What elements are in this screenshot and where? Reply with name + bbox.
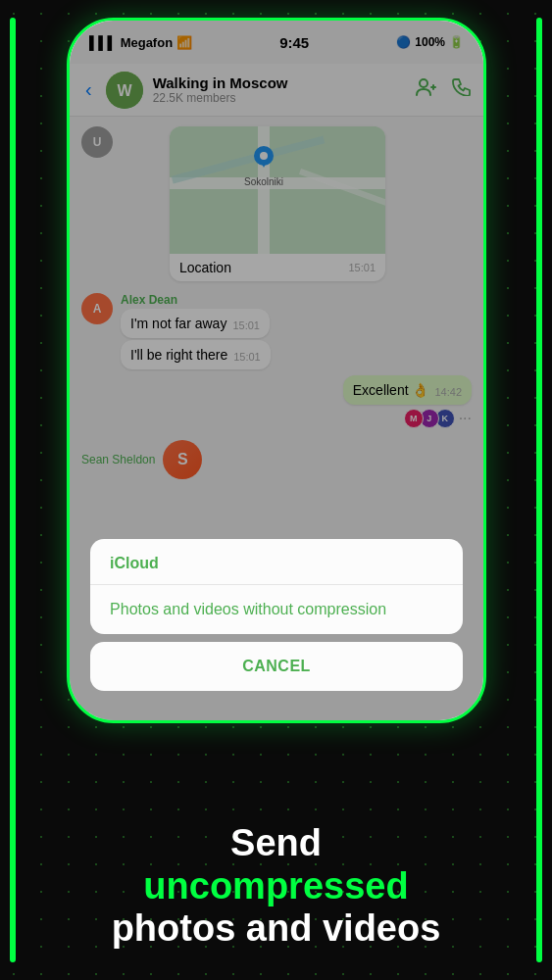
bottom-line1: Send xyxy=(39,822,513,865)
bottom-text-section: Send uncompressed photos and videos xyxy=(0,822,552,951)
modal-overlay: iCloud Photos and videos without compres… xyxy=(70,21,483,720)
sheet-card: iCloud Photos and videos without compres… xyxy=(90,539,463,634)
sheet-title: iCloud xyxy=(110,555,159,571)
green-bar-right xyxy=(536,18,542,962)
sheet-title-row: iCloud xyxy=(90,539,463,585)
sheet-option[interactable]: Photos and videos without compression xyxy=(90,585,463,634)
action-sheet: iCloud Photos and videos without compres… xyxy=(90,539,463,691)
bottom-line2: uncompressed xyxy=(39,865,513,908)
phone-frame: ▌▌▌ Megafon 📶 9:45 🔵 100% 🔋 ‹ W Walking … xyxy=(67,18,486,723)
bottom-line3: photos and videos xyxy=(39,907,513,951)
green-bar-left xyxy=(10,18,16,962)
cancel-button[interactable]: CANCEL xyxy=(90,642,463,691)
